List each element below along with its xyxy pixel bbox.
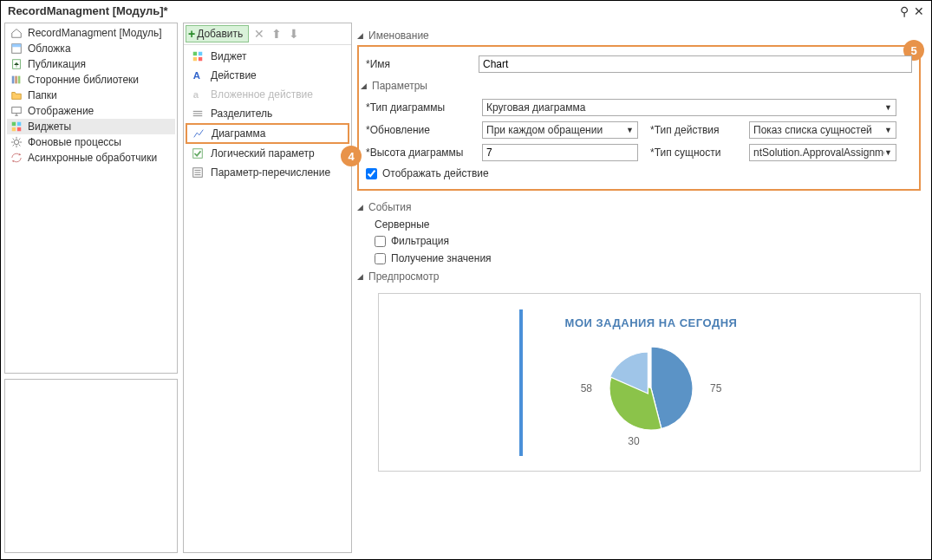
menu-item-sep[interactable]: Разделитель — [186, 104, 349, 123]
section-preview[interactable]: ◢ Предпросмотр — [357, 267, 921, 286]
left-preview-box — [4, 379, 178, 553]
move-up-icon[interactable]: ⬆ — [270, 27, 284, 41]
chevron-down-icon: ▼ — [884, 103, 892, 112]
entity-type-select[interactable]: ntSolution.ApprovalAssignment▼ — [749, 144, 896, 161]
delete-icon[interactable]: ✕ — [252, 27, 266, 41]
menu-item-label: Действие — [211, 69, 257, 81]
svg-rect-15 — [199, 57, 202, 61]
chart-type-select[interactable]: Круговая диаграмма▼ — [482, 99, 896, 116]
sep-icon — [192, 107, 204, 120]
events-server-label: Серверные — [375, 217, 921, 232]
menu-item-nested[interactable]: aВложенное действие — [186, 85, 349, 104]
filter-cb-input[interactable] — [375, 236, 386, 247]
tree-item-label: RecordManagment [Модуль] — [28, 27, 162, 39]
pin-icon[interactable]: ⚲ — [900, 5, 909, 17]
menu-item-chart[interactable]: Диаграмма — [186, 123, 349, 144]
section-params[interactable]: ◢ Параметры — [361, 76, 912, 95]
cover-icon — [10, 42, 23, 55]
svg-rect-6 — [12, 107, 22, 114]
menu-item-label: Логический параметр — [211, 147, 315, 160]
section-naming[interactable]: ◢ Именование — [357, 26, 921, 45]
menu-item-label: Параметр-перечисление — [211, 166, 330, 179]
tree-item-widget[interactable]: Виджеты — [7, 119, 175, 134]
svg-text:a: a — [193, 89, 199, 100]
callout-box-5: *Имя ◢ Параметры *Тип диаграммы Круговая… — [357, 45, 921, 191]
folder-icon — [10, 89, 23, 101]
tree-item-publish[interactable]: Публикация — [7, 56, 175, 72]
add-button-label: Добавить — [197, 28, 243, 40]
show-action-cb-input[interactable] — [366, 168, 377, 179]
add-menu-panel: + Добавить ✕ ⬆ ⬇ 4 ВиджетAДействиеaВложе… — [183, 23, 352, 553]
menu-item-enum[interactable]: Параметр-перечисление — [186, 163, 349, 182]
chevron-down-icon: ▼ — [884, 126, 892, 134]
close-icon[interactable]: ✕ — [914, 5, 924, 17]
menu-item-action[interactable]: AДействие — [186, 66, 349, 85]
collapse-icon: ◢ — [357, 31, 363, 40]
action-type-select[interactable]: Показ списка сущностей▼ — [749, 121, 896, 139]
getvalue-cb-input[interactable] — [375, 253, 386, 264]
pie-label-bottom: 30 — [628, 435, 639, 447]
tree-item-cover[interactable]: Обложка — [7, 41, 175, 56]
show-action-checkbox[interactable]: Отображать действие — [366, 165, 912, 182]
add-button[interactable]: + Добавить — [186, 25, 249, 42]
menu-item-label: Вложенное действие — [211, 88, 313, 101]
svg-point-11 — [14, 140, 18, 144]
tree-item-label: Отображение — [28, 105, 94, 117]
titlebar: RecordManagment [Модуль]* ⚲ ✕ — [1, 1, 931, 19]
refresh-label: *Обновление — [366, 124, 470, 136]
svg-rect-7 — [12, 122, 16, 126]
chevron-down-icon: ▼ — [884, 148, 892, 157]
chart-height-input[interactable] — [482, 144, 638, 161]
tree-item-label: Асинхронные обработчики — [28, 152, 157, 164]
display-icon — [10, 105, 23, 117]
action-icon: A — [192, 69, 204, 81]
svg-rect-5 — [18, 76, 21, 84]
pie-label-right: 75 — [710, 382, 721, 394]
collapse-icon: ◢ — [357, 203, 363, 212]
enum-icon — [192, 166, 204, 179]
pie-chart — [599, 336, 703, 440]
svg-rect-9 — [12, 127, 16, 131]
name-label: *Имя — [366, 58, 470, 70]
nested-icon: a — [192, 88, 204, 101]
detail-panel: 5 ◢ Именование *Имя ◢ Параметры *Тип диа… — [357, 23, 928, 553]
menu-item-label: Виджет — [211, 50, 247, 62]
tree-item-label: Фоновые процессы — [28, 136, 121, 148]
publish-icon — [10, 58, 23, 70]
svg-rect-12 — [193, 52, 197, 55]
widget-icon — [192, 50, 204, 62]
svg-rect-10 — [17, 127, 21, 131]
tree-item-label: Виджеты — [28, 120, 71, 133]
tree-item-label: Обложка — [28, 42, 71, 55]
tree-item-async[interactable]: Асинхронные обработчики — [7, 150, 175, 166]
name-input[interactable] — [479, 55, 912, 73]
navigation-tree: RecordManagment [Модуль]ОбложкаПубликаци… — [4, 23, 178, 374]
tree-item-label: Папки — [28, 89, 57, 101]
svg-rect-13 — [199, 52, 202, 55]
svg-rect-18 — [193, 149, 203, 159]
pie-label-left: 58 — [581, 382, 592, 394]
svg-rect-8 — [17, 122, 21, 126]
tree-item-lib[interactable]: Сторонние библиотеки — [7, 72, 175, 88]
menu-item-bool[interactable]: Логический параметр — [186, 144, 349, 163]
tree-item-display[interactable]: Отображение — [7, 103, 175, 119]
getvalue-checkbox[interactable]: Получение значения — [375, 250, 921, 267]
filter-checkbox[interactable]: Фильтрация — [375, 232, 921, 250]
menu-item-widget[interactable]: Виджет — [186, 47, 349, 66]
refresh-select[interactable]: При каждом обращении▼ — [482, 121, 638, 139]
tree-item-label: Сторонние библиотеки — [28, 74, 139, 86]
chart-type-label: *Тип диаграммы — [366, 101, 470, 114]
bool-icon — [192, 147, 204, 160]
gear-icon — [10, 136, 23, 148]
svg-rect-14 — [193, 57, 197, 61]
tree-item-gear[interactable]: Фоновые процессы — [7, 134, 175, 150]
move-down-icon[interactable]: ⬇ — [287, 27, 301, 41]
section-events[interactable]: ◢ События — [357, 198, 921, 217]
async-icon — [10, 152, 23, 164]
tree-item-folder[interactable]: Папки — [7, 88, 175, 103]
menu-item-label: Разделитель — [211, 107, 272, 120]
tree-item-home[interactable]: RecordManagment [Модуль] — [7, 25, 175, 41]
menu-item-label: Диаграмма — [212, 127, 265, 140]
svg-text:A: A — [193, 70, 200, 81]
chevron-down-icon: ▼ — [626, 126, 634, 134]
